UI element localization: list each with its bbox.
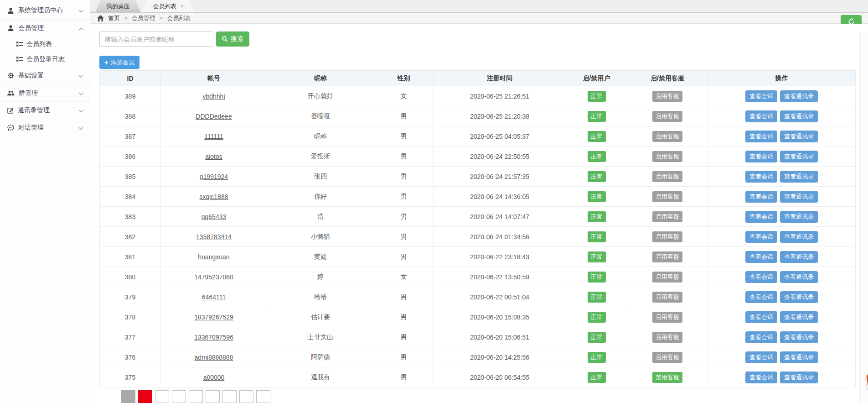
account-link[interactable]: DDDDedeee — [196, 113, 232, 120]
user-status-badge[interactable]: 正常 — [588, 131, 606, 142]
user-status-badge[interactable]: 正常 — [588, 352, 606, 363]
service-status-badge[interactable]: 启用客服 — [652, 292, 682, 303]
view-contacts-button[interactable]: 查看通讯录 — [780, 151, 818, 162]
sidebar-item-0[interactable]: 系统管理员中心 — [0, 2, 90, 19]
view-contacts-button[interactable]: 查看通讯录 — [780, 331, 818, 343]
user-status-badge[interactable]: 正常 — [588, 211, 606, 222]
add-member-button[interactable]: + 添加会员 — [99, 56, 140, 69]
service-status-badge[interactable]: 禁用客服 — [652, 372, 682, 383]
view-session-button[interactable]: 查看会话 — [745, 372, 777, 383]
pagination-page-button[interactable] — [222, 390, 237, 403]
service-status-badge[interactable]: 启用客服 — [652, 332, 682, 343]
breadcrumb-member-management[interactable]: 会员管理 — [132, 14, 155, 22]
user-status-badge[interactable]: 正常 — [588, 111, 606, 122]
user-status-badge[interactable]: 正常 — [588, 292, 606, 303]
service-status-badge[interactable]: 启用客服 — [652, 91, 682, 102]
sidebar-subitem-1-1[interactable]: 会员登录日志 — [0, 52, 90, 67]
sidebar-item-4[interactable]: 通讯录管理 — [0, 101, 90, 119]
view-contacts-button[interactable]: 查看通讯录 — [780, 211, 818, 223]
account-link[interactable]: 13367097596 — [194, 334, 233, 341]
pagination-page-button[interactable] — [256, 390, 270, 403]
view-session-button[interactable]: 查看会话 — [745, 291, 777, 303]
view-contacts-button[interactable]: 查看通讯录 — [780, 131, 818, 142]
account-link[interactable]: 111111 — [204, 133, 223, 140]
account-link[interactable]: admi8888888 — [195, 354, 233, 361]
view-contacts-button[interactable]: 查看通讯录 — [780, 291, 818, 303]
account-link[interactable]: qq65433 — [202, 213, 227, 220]
account-link[interactable]: g1991924 — [200, 173, 228, 180]
account-link[interactable]: 14795237060 — [194, 273, 233, 281]
tab-1[interactable]: 会员列表× — [142, 0, 195, 12]
view-contacts-button[interactable]: 查看通讯录 — [780, 271, 818, 283]
user-status-badge[interactable]: 正常 — [588, 231, 606, 242]
view-session-button[interactable]: 查看会话 — [745, 211, 777, 223]
view-contacts-button[interactable]: 查看通讯录 — [780, 191, 818, 203]
pagination-page-button[interactable] — [155, 390, 169, 403]
user-status-badge[interactable]: 正常 — [588, 332, 606, 343]
breadcrumb-home[interactable]: 首页 — [108, 14, 120, 22]
service-status-badge[interactable]: 启用客服 — [652, 191, 682, 202]
sidebar-item-3[interactable]: 群管理 — [0, 84, 90, 101]
service-status-badge[interactable]: 启用客服 — [652, 171, 682, 182]
service-status-badge[interactable]: 启用客服 — [652, 352, 682, 363]
service-status-badge[interactable]: 启用客服 — [652, 231, 682, 242]
user-status-badge[interactable]: 正常 — [588, 151, 606, 162]
user-status-badge[interactable]: 正常 — [588, 171, 606, 182]
view-contacts-button[interactable]: 查看通讯录 — [780, 90, 818, 102]
view-session-button[interactable]: 查看会话 — [745, 191, 777, 203]
scrollbar[interactable] — [859, 32, 868, 403]
view-contacts-button[interactable]: 查看通讯录 — [780, 311, 818, 323]
view-session-button[interactable]: 查看会话 — [745, 231, 777, 243]
view-contacts-button[interactable]: 查看通讯录 — [780, 251, 818, 263]
account-link[interactable]: 6464111 — [202, 293, 226, 301]
account-link[interactable]: sxqic1888 — [199, 193, 228, 200]
pagination-page-button[interactable] — [172, 390, 186, 403]
pagination-page-button[interactable] — [239, 390, 253, 403]
view-contacts-button[interactable]: 查看通讯录 — [780, 351, 818, 363]
view-session-button[interactable]: 查看会话 — [745, 110, 777, 122]
user-status-badge[interactable]: 正常 — [588, 272, 606, 283]
service-status-badge[interactable]: 启用客服 — [652, 151, 682, 162]
view-session-button[interactable]: 查看会话 — [745, 271, 777, 283]
search-input[interactable] — [99, 31, 213, 47]
user-status-badge[interactable]: 正常 — [588, 91, 606, 102]
account-link[interactable]: aiotos — [205, 153, 222, 160]
sidebar-item-5[interactable]: 对话管理 — [0, 119, 90, 136]
sidebar-item-2[interactable]: 基础设置 — [0, 67, 90, 84]
service-status-badge[interactable]: 启用客服 — [652, 211, 682, 222]
view-session-button[interactable]: 查看会话 — [745, 251, 777, 263]
service-status-badge[interactable]: 启用客服 — [652, 251, 682, 262]
view-session-button[interactable]: 查看会话 — [745, 90, 777, 102]
tab-0[interactable]: 我的桌面 — [95, 0, 141, 12]
view-session-button[interactable]: 查看会话 — [745, 351, 777, 363]
view-contacts-button[interactable]: 查看通讯录 — [780, 372, 818, 383]
user-status-badge[interactable]: 正常 — [588, 372, 606, 383]
account-link[interactable]: 18379267529 — [194, 314, 233, 321]
breadcrumb-member-list[interactable]: 会员列表 — [167, 14, 191, 22]
user-status-badge[interactable]: 正常 — [588, 191, 606, 202]
view-contacts-button[interactable]: 查看通讯录 — [780, 171, 818, 183]
sidebar-subitem-1-0[interactable]: 会员列表 — [0, 37, 90, 52]
view-contacts-button[interactable]: 查看通讯录 — [780, 231, 818, 243]
user-status-badge[interactable]: 正常 — [588, 312, 606, 323]
pagination-prev-button[interactable] — [121, 390, 135, 403]
close-icon[interactable]: × — [180, 3, 184, 9]
search-button[interactable]: 搜索 — [216, 31, 249, 47]
user-status-badge[interactable]: 正常 — [588, 251, 606, 262]
account-link[interactable]: a00000 — [203, 374, 225, 381]
view-session-button[interactable]: 查看会话 — [745, 171, 777, 183]
sidebar-item-1[interactable]: 会员管理 — [0, 19, 90, 37]
pagination-page-button[interactable] — [189, 390, 203, 403]
account-link[interactable]: 1358783414 — [196, 233, 232, 241]
view-session-button[interactable]: 查看会话 — [745, 331, 777, 343]
view-session-button[interactable]: 查看会话 — [745, 311, 777, 323]
view-contacts-button[interactable]: 查看通讯录 — [780, 110, 818, 122]
view-session-button[interactable]: 查看会话 — [745, 131, 777, 142]
pagination-page-button[interactable] — [206, 390, 220, 403]
pagination-current-page[interactable] — [138, 390, 152, 403]
view-session-button[interactable]: 查看会话 — [745, 151, 777, 162]
service-status-badge[interactable]: 启用客服 — [652, 312, 682, 323]
service-status-badge[interactable]: 启用客服 — [652, 272, 682, 283]
service-status-badge[interactable]: 启用客服 — [652, 111, 682, 122]
account-link[interactable]: vbdhhhj — [202, 93, 225, 100]
